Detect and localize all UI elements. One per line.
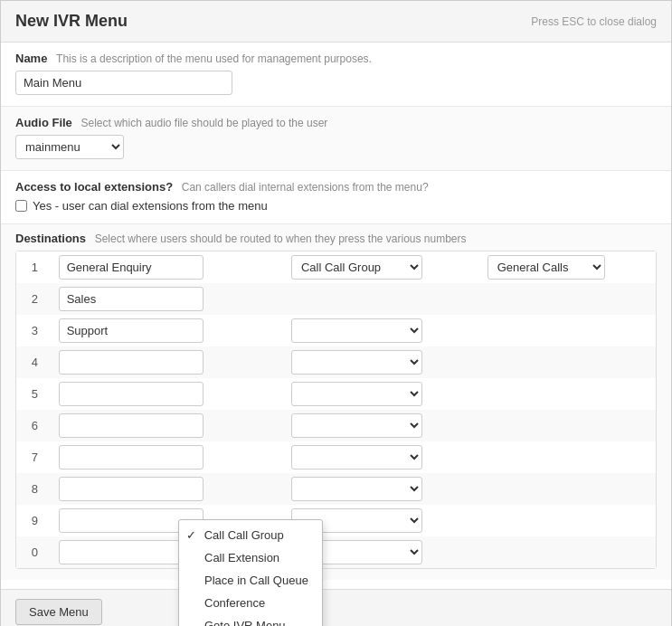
destinations-section-header: Destinations Select where users should b… <box>1 224 671 251</box>
row-select2-6 <box>482 410 656 441</box>
dest-select1-3[interactable] <box>291 318 422 343</box>
row-select1-4 <box>286 346 482 378</box>
dest-select2-1[interactable]: General Calls <box>487 255 605 280</box>
dest-select1-5[interactable] <box>291 382 422 406</box>
table-row: 2 <box>16 283 656 315</box>
row-select2-1: General Calls <box>482 251 656 283</box>
table-row: 3 <box>16 315 656 346</box>
row-select2-7 <box>482 441 656 473</box>
row-num-1: 1 <box>16 251 53 283</box>
destinations-label: Destinations <box>15 232 86 245</box>
access-label-row: Access to local extensions? Can callers … <box>15 180 657 194</box>
row-num-5: 5 <box>16 378 53 410</box>
dest-select1-1[interactable]: Call Call Group <box>291 255 422 280</box>
row-input-8 <box>53 473 286 505</box>
row-select2-8 <box>482 473 656 505</box>
table-row: 7 <box>16 441 656 473</box>
row-input-4 <box>53 346 286 378</box>
name-label: Name <box>15 52 47 65</box>
audio-select[interactable]: mainmenu <box>15 135 124 159</box>
dest-input-6[interactable] <box>59 413 203 438</box>
row-input-6 <box>53 410 286 441</box>
table-row: 6 <box>16 410 656 441</box>
name-desc: This is a description of the menu used f… <box>56 52 372 65</box>
row-input-1 <box>53 251 286 283</box>
destinations-desc: Select where users should be routed to w… <box>95 232 467 245</box>
destinations-table: 1 Call Call Group General Calls <box>16 251 656 568</box>
destinations-wrap: 1 Call Call Group General Calls <box>1 251 671 580</box>
row-dropdown-2 <box>286 283 656 315</box>
dropdown-item-gotoivr[interactable]: Goto IVR Menu <box>179 614 322 626</box>
dest-input-2[interactable] <box>59 287 203 311</box>
access-checkbox-label: Yes - user can dial extensions from the … <box>33 199 268 213</box>
dest-input-5[interactable] <box>59 382 203 406</box>
table-row: 0 <box>16 536 656 568</box>
name-input[interactable] <box>15 71 232 95</box>
dialog-header: New IVR Menu Press ESC to close dialog <box>1 1 671 43</box>
audio-section: Audio File Select which audio file shoul… <box>1 107 671 171</box>
dropdown-item-label: Goto IVR Menu <box>204 619 286 626</box>
row-select1-6 <box>286 410 482 441</box>
row-select1-5 <box>286 378 482 410</box>
dialog-title: New IVR Menu <box>15 12 128 31</box>
table-row: 4 <box>16 346 656 378</box>
action-dropdown: ✓ Call Call Group Call Extension Place i… <box>178 519 323 626</box>
esc-hint: Press ESC to close dialog <box>531 15 657 28</box>
name-section: Name This is a description of the menu u… <box>1 43 671 107</box>
dest-input-4[interactable] <box>59 350 203 375</box>
row-select2-4 <box>482 346 656 378</box>
row-select1-1: Call Call Group <box>286 251 482 283</box>
row-select1-3 <box>286 315 482 346</box>
row-select2-3 <box>482 315 656 346</box>
row-num-2: 2 <box>16 283 53 315</box>
row-input-2 <box>53 283 286 315</box>
row-num-0: 0 <box>16 536 53 568</box>
dest-input-3[interactable] <box>59 318 203 343</box>
row-num-6: 6 <box>16 410 53 441</box>
row-num-4: 4 <box>16 346 53 378</box>
dropdown-item-conference[interactable]: Conference <box>179 592 322 614</box>
dest-select1-8[interactable] <box>291 477 422 501</box>
dest-select1-6[interactable] <box>291 413 422 438</box>
checkmark-icon: ✓ <box>186 528 201 542</box>
dropdown-item-label: Call Call Group <box>204 528 284 542</box>
ivr-dialog: New IVR Menu Press ESC to close dialog N… <box>0 0 672 626</box>
dest-input-1[interactable] <box>59 255 203 280</box>
dialog-footer: Save Menu <box>1 589 671 626</box>
dropdown-item-callextension[interactable]: Call Extension <box>179 546 322 569</box>
dest-select1-7[interactable] <box>291 445 422 470</box>
name-label-row: Name This is a description of the menu u… <box>15 52 657 65</box>
destinations-table-wrap: 1 Call Call Group General Calls <box>15 251 657 569</box>
dropdown-item-callcallgroup[interactable]: ✓ Call Call Group <box>179 524 322 546</box>
row-select2-9 <box>482 505 656 536</box>
audio-desc: Select which audio file should be played… <box>80 117 327 129</box>
dropdown-item-callqueue[interactable]: Place in Call Queue <box>179 569 322 592</box>
dropdown-item-label: Conference <box>204 596 265 610</box>
row-select1-8 <box>286 473 482 505</box>
dropdown-item-label: Place in Call Queue <box>204 574 308 587</box>
table-row: 9 <box>16 505 656 536</box>
row-input-5 <box>53 378 286 410</box>
table-row: 8 <box>16 473 656 505</box>
table-row: 1 Call Call Group General Calls <box>16 251 656 283</box>
row-select2-0 <box>482 536 656 568</box>
save-menu-button[interactable]: Save Menu <box>15 599 102 625</box>
access-checkbox-row: Yes - user can dial extensions from the … <box>15 199 657 213</box>
access-desc: Can callers dial internal extensions fro… <box>182 181 429 194</box>
row-select1-7 <box>286 441 482 473</box>
access-section: Access to local extensions? Can callers … <box>1 171 671 224</box>
row-input-7 <box>53 441 286 473</box>
audio-label: Audio File <box>15 116 72 129</box>
row-input-3 <box>53 315 286 346</box>
dest-select1-4[interactable] <box>291 350 422 375</box>
row-num-3: 3 <box>16 315 53 346</box>
row-num-7: 7 <box>16 441 53 473</box>
audio-label-row: Audio File Select which audio file shoul… <box>15 116 657 129</box>
row-num-9: 9 <box>16 505 53 536</box>
row-num-8: 8 <box>16 473 53 505</box>
dest-input-8[interactable] <box>59 477 203 501</box>
access-checkbox[interactable] <box>15 200 27 212</box>
table-row: 5 <box>16 378 656 410</box>
dest-input-7[interactable] <box>59 445 203 470</box>
row-select2-5 <box>482 378 656 410</box>
